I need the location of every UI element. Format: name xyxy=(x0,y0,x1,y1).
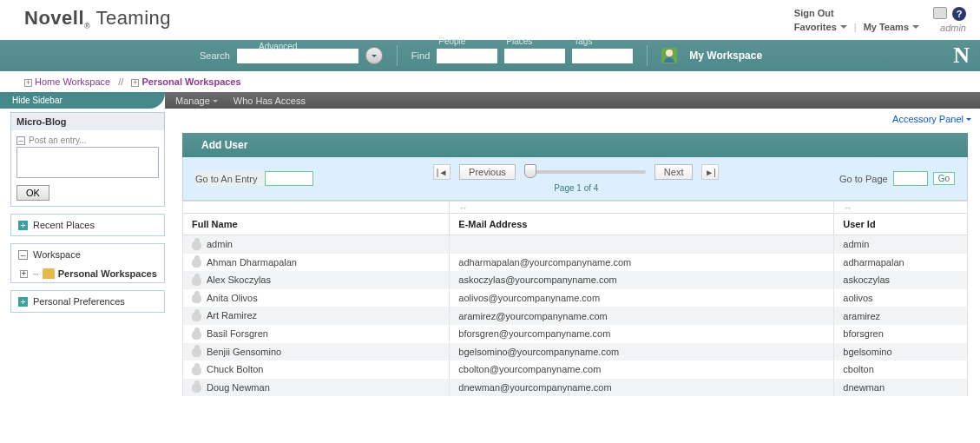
find-label: Find xyxy=(411,50,430,61)
novell-n-icon: N xyxy=(953,43,970,69)
user-icon xyxy=(192,258,201,268)
advanced-search-link[interactable]: Advanced xyxy=(259,42,297,51)
last-page-icon[interactable]: ►| xyxy=(701,164,719,180)
microblog-ok-button[interactable]: OK xyxy=(16,185,49,201)
personal-preferences[interactable]: +Personal Preferences xyxy=(11,291,164,312)
user-icon xyxy=(192,241,201,250)
action-toolbar: Manage Who Has Access xyxy=(165,92,980,109)
user-table: ↔↔ Full Name E-Mail Address User Id admi… xyxy=(182,201,968,396)
resize-handle-icon[interactable]: ↔ xyxy=(834,202,968,214)
goto-entry-input[interactable] xyxy=(265,171,313,186)
signout-link[interactable]: Sign Out xyxy=(794,8,834,18)
table-row[interactable]: Doug Newmandnewman@yourcompanyname.comdn… xyxy=(183,379,968,397)
col-userid[interactable]: User Id xyxy=(834,214,968,235)
next-button[interactable]: Next xyxy=(654,164,694,180)
goto-page-label: Go to Page xyxy=(839,174,888,184)
table-row[interactable]: Anita Olivosaolivos@yourcompanyname.coma… xyxy=(183,289,968,307)
places-input[interactable] xyxy=(504,49,565,63)
recent-places[interactable]: +Recent Places xyxy=(11,215,164,235)
post-entry-label: Post an entry... xyxy=(29,136,87,145)
workspace-avatar-icon xyxy=(661,48,677,63)
microblog-textarea[interactable] xyxy=(16,147,159,178)
user-icon xyxy=(192,347,201,357)
table-row[interactable]: Art Ramirezaramirez@yourcompanyname.coma… xyxy=(183,307,968,325)
user-icon xyxy=(192,276,201,286)
tree-expand-icon[interactable]: + xyxy=(20,270,28,278)
people-label: People xyxy=(438,36,465,46)
favorites-menu[interactable]: Favorites xyxy=(794,22,847,32)
table-row[interactable]: Basil Forsgrenbforsgren@yourcompanyname.… xyxy=(183,325,968,343)
page-indicator: Page 1 of 4 xyxy=(554,183,598,193)
who-has-access[interactable]: Who Has Access xyxy=(233,96,306,106)
first-page-icon[interactable]: |◄ xyxy=(433,164,451,180)
user-icon xyxy=(192,312,201,321)
microblog-header: Micro-Blog xyxy=(11,113,164,130)
table-row[interactable]: adminadmin xyxy=(183,235,968,254)
user-icon xyxy=(192,330,201,340)
search-input[interactable] xyxy=(237,49,358,63)
pagination-bar: Go to An Entry |◄ Previous Next ►| Page … xyxy=(182,157,968,201)
table-row[interactable]: Chuck Boltoncbolton@yourcompanyname.comc… xyxy=(183,360,968,379)
user-icon xyxy=(192,294,201,303)
people-input[interactable] xyxy=(437,49,497,63)
bc-home[interactable]: Home Workspace xyxy=(35,76,110,87)
personal-workspaces-node[interactable]: + ··· Personal Workspaces xyxy=(11,265,164,282)
go-button[interactable]: Go xyxy=(933,172,955,185)
page-slider[interactable] xyxy=(524,170,646,174)
table-row[interactable]: Benjii Gensominobgelsomino@yourcompanyna… xyxy=(183,343,968,361)
col-email[interactable]: E-Mail Address xyxy=(450,214,834,235)
print-icon[interactable] xyxy=(933,7,947,19)
folder-icon xyxy=(43,268,55,279)
help-icon[interactable]: ? xyxy=(952,7,966,21)
places-label: Places xyxy=(506,36,532,46)
tags-label: Tags xyxy=(574,36,592,46)
resize-handle-icon[interactable]: ↔ xyxy=(450,202,834,214)
tags-input[interactable] xyxy=(572,49,633,63)
current-user: admin xyxy=(940,23,966,33)
expand-icon[interactable]: + xyxy=(131,79,139,87)
user-icon xyxy=(192,366,201,375)
accessory-panel-link[interactable]: Accessory Panel xyxy=(892,114,971,124)
table-row[interactable]: Alex Skoczylasaskoczylas@yourcompanyname… xyxy=(183,271,968,289)
previous-button[interactable]: Previous xyxy=(459,164,516,180)
collapse-icon: – xyxy=(18,250,28,260)
expand-icon: + xyxy=(18,297,28,307)
search-label: Search xyxy=(200,50,230,61)
brand-logo: Novell® Teaming xyxy=(24,7,171,30)
search-dropdown[interactable] xyxy=(365,47,383,64)
collapse-icon[interactable]: – xyxy=(16,136,25,145)
hide-sidebar-button[interactable]: Hide Sidebar xyxy=(0,92,165,109)
goto-page-input[interactable] xyxy=(893,171,928,186)
search-bar: Advanced Search Find People Places Tags … xyxy=(0,40,980,71)
myteams-menu[interactable]: My Teams xyxy=(864,22,919,32)
table-row[interactable]: Ahman Dharmapalanadharmapalan@yourcompan… xyxy=(183,254,968,272)
slider-handle-icon[interactable] xyxy=(524,164,536,178)
expand-icon[interactable]: + xyxy=(24,79,32,87)
goto-entry-label: Go to An Entry xyxy=(195,174,258,184)
my-workspace-link[interactable]: My Workspace xyxy=(689,50,762,62)
breadcrumb: +Home Workspace // +Personal Workspaces xyxy=(0,71,980,92)
expand-icon: + xyxy=(18,221,28,230)
bc-personal[interactable]: Personal Workspaces xyxy=(141,76,240,87)
workspace-item[interactable]: –Workspace xyxy=(11,244,164,265)
add-user-header[interactable]: Add User xyxy=(182,133,968,157)
manage-menu[interactable]: Manage xyxy=(175,96,218,106)
col-fullname[interactable]: Full Name xyxy=(183,214,450,235)
user-icon xyxy=(192,383,201,393)
